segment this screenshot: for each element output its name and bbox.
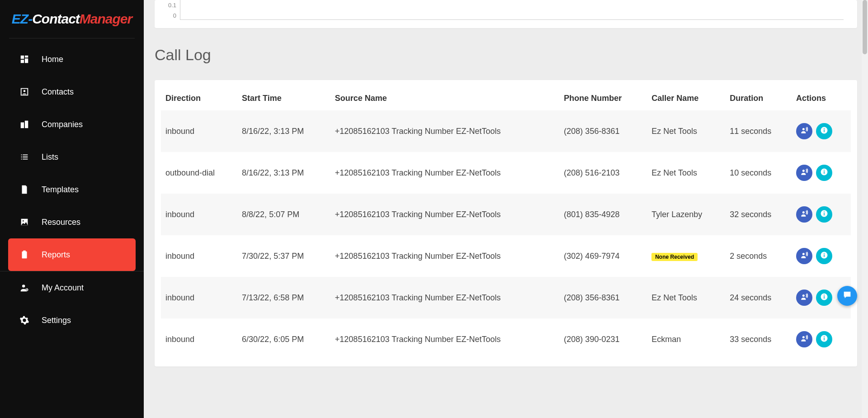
info-icon: [820, 292, 829, 304]
y-tick: 0: [173, 12, 176, 19]
caller-info-button[interactable]: [796, 290, 812, 306]
cell-source-name: +12085162103 Tracking Number EZ-NetTools: [330, 194, 560, 235]
cell-direction: inbound: [161, 194, 237, 235]
sidebar-item-home[interactable]: Home: [0, 43, 144, 76]
person-voice-icon: [800, 167, 809, 179]
row-actions: [796, 123, 846, 139]
cell-duration: 11 seconds: [725, 110, 792, 152]
col-duration: Duration: [725, 86, 792, 110]
sidebar-item-reports[interactable]: Reports: [8, 238, 136, 271]
cell-actions: [792, 235, 851, 277]
sidebar: EZ-ContactManager HomeContactsCompaniesL…: [0, 0, 144, 418]
col-phone-number: Phone Number: [559, 86, 647, 110]
gear-icon: [19, 315, 30, 326]
row-actions: [796, 248, 846, 264]
cell-direction: outbound-dial: [161, 152, 237, 194]
person-voice-icon: [800, 292, 809, 304]
logo-part-manager: Manager: [80, 11, 132, 26]
info-button[interactable]: [816, 331, 832, 347]
cell-duration: 24 seconds: [725, 277, 792, 318]
sidebar-item-templates[interactable]: Templates: [0, 173, 144, 206]
info-icon: [820, 334, 829, 345]
scrollbar[interactable]: [862, 0, 868, 418]
col-direction: Direction: [161, 86, 237, 110]
cell-start-time: 7/30/22, 5:37 PM: [237, 235, 330, 277]
logo-part-contact: Contact: [32, 11, 80, 26]
table-row: inbound6/30/22, 6:05 PM+12085162103 Trac…: [161, 318, 851, 360]
cell-source-name: +12085162103 Tracking Number EZ-NetTools: [330, 110, 560, 152]
sidebar-item-label: Home: [42, 55, 63, 64]
caller-info-button[interactable]: [796, 331, 812, 347]
cell-source-name: +12085162103 Tracking Number EZ-NetTools: [330, 318, 560, 360]
cell-caller-name: Ez Net Tools: [647, 110, 725, 152]
cell-actions: [792, 152, 851, 194]
divider: [9, 38, 135, 38]
info-button[interactable]: [816, 165, 832, 181]
cell-duration: 10 seconds: [725, 152, 792, 194]
chat-button[interactable]: [837, 286, 857, 306]
person-voice-icon: [800, 209, 809, 220]
info-button[interactable]: [816, 206, 832, 223]
sidebar-item-companies[interactable]: Companies: [0, 108, 144, 141]
row-actions: [796, 206, 846, 223]
sidebar-item-my-account[interactable]: My Account: [0, 271, 144, 304]
table-body: inbound8/16/22, 3:13 PM+12085162103 Trac…: [161, 110, 851, 360]
col-actions: Actions: [792, 86, 851, 110]
cell-caller-name: Ez Net Tools: [647, 277, 725, 318]
chat-icon: [842, 290, 852, 302]
cell-start-time: 6/30/22, 6:05 PM: [237, 318, 330, 360]
cell-direction: inbound: [161, 318, 237, 360]
sidebar-item-contacts[interactable]: Contacts: [0, 76, 144, 108]
person-voice-icon: [800, 126, 809, 137]
info-icon: [820, 126, 829, 137]
col-start-time: Start Time: [237, 86, 330, 110]
table-row: outbound-dial8/16/22, 3:13 PM+1208516210…: [161, 152, 851, 194]
cell-caller-name: None Received: [647, 235, 725, 277]
person-voice-icon: [800, 334, 809, 345]
info-icon: [820, 209, 829, 220]
sidebar-item-settings[interactable]: Settings: [0, 304, 144, 337]
row-actions: [796, 331, 846, 347]
person-voice-icon: [800, 251, 809, 262]
info-button[interactable]: [816, 123, 832, 139]
cell-start-time: 8/16/22, 3:13 PM: [237, 152, 330, 194]
sidebar-item-label: Companies: [42, 120, 83, 129]
cell-caller-name: Ez Net Tools: [647, 152, 725, 194]
caller-info-button[interactable]: [796, 165, 812, 181]
cell-source-name: +12085162103 Tracking Number EZ-NetTools: [330, 152, 560, 194]
cell-source-name: +12085162103 Tracking Number EZ-NetTools: [330, 235, 560, 277]
logo[interactable]: EZ-ContactManager: [0, 0, 144, 38]
cell-duration: 2 seconds: [725, 235, 792, 277]
cell-actions: [792, 318, 851, 360]
cell-actions: [792, 194, 851, 235]
dashboard-icon: [19, 54, 30, 65]
table-row: inbound8/16/22, 3:13 PM+12085162103 Trac…: [161, 110, 851, 152]
chart-panel: 0.1 0: [155, 0, 857, 28]
scrollbar-thumb[interactable]: [863, 0, 867, 54]
clipboard-icon: [19, 249, 30, 260]
image-icon: [19, 217, 30, 228]
info-button[interactable]: [816, 248, 832, 264]
cell-phone-number: (208) 516-2103: [559, 152, 647, 194]
caller-info-button[interactable]: [796, 123, 812, 139]
sidebar-item-lists[interactable]: Lists: [0, 141, 144, 173]
call-log-panel: DirectionStart TimeSource NamePhone Numb…: [155, 80, 857, 366]
sidebar-item-resources[interactable]: Resources: [0, 206, 144, 238]
cell-phone-number: (208) 390-0231: [559, 318, 647, 360]
none-received-badge: None Received: [651, 253, 698, 261]
info-button[interactable]: [816, 290, 832, 306]
cell-duration: 32 seconds: [725, 194, 792, 235]
cell-caller-name: Tyler Lazenby: [647, 194, 725, 235]
caller-info-button[interactable]: [796, 206, 812, 223]
row-actions: [796, 165, 846, 181]
buildings-icon: [19, 119, 30, 130]
table-row: inbound8/8/22, 5:07 PM+12085162103 Track…: [161, 194, 851, 235]
cell-phone-number: (302) 469-7974: [559, 235, 647, 277]
chart-y-labels: 0.1 0: [168, 2, 176, 20]
logo-part-ez: EZ-: [12, 11, 32, 26]
caller-info-button[interactable]: [796, 248, 812, 264]
sidebar-item-label: Contacts: [42, 87, 74, 97]
sidebar-item-label: Lists: [42, 152, 58, 162]
cell-direction: inbound: [161, 235, 237, 277]
table-row: inbound7/30/22, 5:37 PM+12085162103 Trac…: [161, 235, 851, 277]
